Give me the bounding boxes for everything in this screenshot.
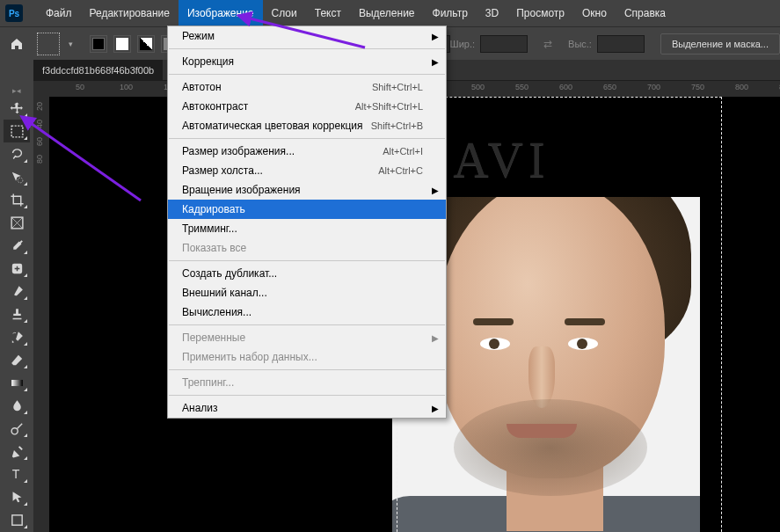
menu-filter[interactable]: Фильтр: [424, 0, 477, 26]
menu-item-applyimage[interactable]: Внешний канал...: [168, 283, 446, 302]
tool-pen[interactable]: [4, 440, 30, 463]
menu-item-rotate[interactable]: Вращение изображения▶: [168, 180, 446, 200]
width-input[interactable]: [480, 35, 528, 53]
tool-type[interactable]: T: [4, 463, 30, 485]
submenu-arrow-icon: ▶: [432, 57, 439, 67]
menu-item-duplicate[interactable]: Создать дубликат...: [168, 264, 446, 283]
tools-collapse-icon[interactable]: ▸◂: [0, 84, 33, 97]
menu-bar: Ps Файл Редактирование Изображение Слои …: [0, 0, 780, 26]
document-tab-name: f3ddccfd81b668f46b3f00b: [42, 65, 154, 76]
menu-item-datasets: Применить набор данных...: [168, 347, 446, 367]
tool-stamp[interactable]: [4, 302, 30, 325]
width-field: Шир.:: [450, 35, 528, 53]
swap-dims-icon[interactable]: ⇄: [543, 38, 552, 50]
menu-item-trim[interactable]: Тримминг...: [168, 219, 446, 238]
tool-blur[interactable]: [4, 394, 30, 417]
svg-point-5: [11, 427, 18, 434]
home-icon[interactable]: [5, 33, 28, 55]
menu-item-analysis[interactable]: Анализ▶: [168, 398, 446, 418]
tool-frame[interactable]: [4, 211, 30, 234]
menu-item-revealall: Показать все: [168, 238, 446, 258]
width-label: Шир.:: [450, 39, 475, 49]
menu-item-variables: Переменные▶: [168, 328, 446, 347]
tool-heal[interactable]: [4, 257, 30, 280]
height-field: Выс.:: [568, 35, 645, 53]
height-input[interactable]: [597, 35, 645, 53]
submenu-arrow-icon: ▶: [432, 32, 439, 41]
menu-file[interactable]: Файл: [37, 0, 81, 26]
menu-view[interactable]: Просмотр: [507, 0, 573, 26]
menu-item-autocolor[interactable]: Автоматическая цветовая коррекцияShift+C…: [168, 116, 446, 135]
image-menu-dropdown: Режим▶ Коррекция▶ АвтотонShift+Ctrl+L Ав…: [167, 26, 447, 419]
menu-item-crop[interactable]: Кадрировать: [168, 200, 446, 219]
tool-preset-dropdown-icon[interactable]: ▾: [69, 33, 77, 55]
svg-rect-4: [11, 379, 23, 385]
tool-eraser[interactable]: [4, 348, 30, 371]
height-label: Выс.:: [568, 39, 592, 49]
menu-item-autocontrast[interactable]: АвтоконтрастAlt+Shift+Ctrl+L: [168, 97, 446, 116]
submenu-arrow-icon: ▶: [432, 333, 439, 343]
menu-item-imagesize[interactable]: Размер изображения...Alt+Ctrl+I: [168, 142, 446, 161]
annotation-arrow: [18, 113, 149, 212]
tool-path-select[interactable]: [4, 485, 30, 508]
menu-item-autotone[interactable]: АвтотонShift+Ctrl+L: [168, 77, 446, 97]
submenu-arrow-icon: ▶: [432, 404, 439, 413]
app-logo: Ps: [5, 4, 23, 22]
tool-eyedropper[interactable]: [4, 234, 30, 257]
tool-history-brush[interactable]: [4, 325, 30, 348]
sel-mode-add[interactable]: [113, 35, 131, 53]
svg-rect-7: [11, 514, 21, 524]
menu-help[interactable]: Справка: [616, 0, 674, 26]
sel-mode-sub[interactable]: [137, 35, 155, 53]
menu-item-trap: Треппинг...: [168, 373, 446, 392]
menu-3d[interactable]: 3D: [477, 0, 507, 26]
tool-preset-icon[interactable]: [37, 33, 60, 55]
select-and-mask-button[interactable]: Выделение и маска...: [660, 33, 780, 55]
menu-window[interactable]: Окно: [573, 0, 616, 26]
menu-item-calculations[interactable]: Вычисления...: [168, 302, 446, 322]
svg-text:T: T: [11, 467, 19, 481]
submenu-arrow-icon: ▶: [432, 186, 439, 195]
tool-gradient[interactable]: [4, 371, 30, 394]
annotation-arrow: [233, 12, 374, 59]
tool-brush[interactable]: [4, 280, 30, 302]
document-tab[interactable]: f3ddccfd81b668f46b3f00b: [33, 60, 163, 81]
menu-item-canvassize[interactable]: Размер холста...Alt+Ctrl+C: [168, 161, 446, 180]
sel-mode-new[interactable]: [90, 35, 107, 53]
ruler-corner: [33, 81, 49, 97]
tool-dodge[interactable]: [4, 417, 30, 440]
menu-edit[interactable]: Редактирование: [81, 0, 179, 26]
tool-shape[interactable]: [4, 508, 30, 531]
